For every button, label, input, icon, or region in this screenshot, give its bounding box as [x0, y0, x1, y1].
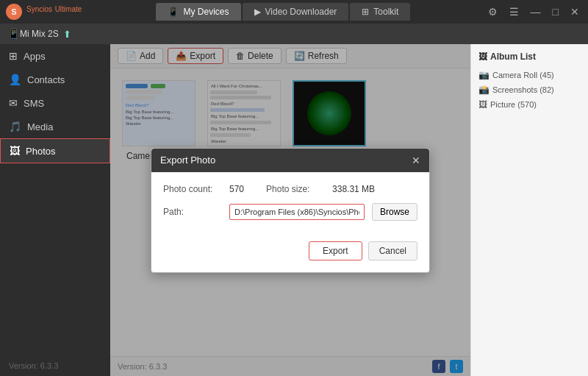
content-area: 📄 Add 📤 Export 🗑 Delete 🔄 Refresh [110, 44, 470, 376]
sidebar-item-photos[interactable]: 🖼 Photos [0, 138, 110, 163]
window-maximize-icon[interactable]: □ [550, 4, 562, 19]
dialog-header: Export Photo ✕ [151, 149, 429, 172]
tab-toolkit[interactable]: ⊞ Toolkit [350, 3, 410, 21]
device-name: Mi Mix 2S [20, 29, 59, 39]
title-bar-left: S Syncios Ultimate [6, 4, 82, 20]
dialog-title: Export Photo [160, 155, 215, 166]
device-bar: 📱 Mi Mix 2S ⬆ [0, 24, 588, 44]
title-bar: S Syncios Ultimate 📱 My Devices ▶ Video … [0, 0, 588, 24]
sidebar-item-apps[interactable]: ⊞ Apps [0, 44, 110, 68]
path-input[interactable] [229, 204, 365, 220]
photo-size-label: Photo size: [266, 184, 325, 194]
right-panel: 🖼 Album List 📷 Camera Roll (45) 📸 Screen… [470, 44, 588, 376]
sync-icon[interactable]: ⬆ [63, 29, 71, 40]
play-icon: ▶ [254, 7, 261, 17]
rp-camera-roll-icon: 📷 [478, 70, 490, 80]
right-panel-camera-roll[interactable]: 📷 Camera Roll (45) [478, 68, 581, 82]
dialog-close-button[interactable]: ✕ [412, 155, 420, 166]
window-close-icon[interactable]: ✕ [567, 4, 582, 19]
window-menu-icon[interactable]: ☰ [506, 4, 522, 19]
contacts-icon: 👤 [9, 74, 21, 85]
right-panel-title: 🖼 Album List [478, 52, 581, 62]
album-list-icon: 🖼 [478, 52, 487, 62]
export-dialog: Export Photo ✕ Photo count: 570 Photo si… [151, 148, 430, 273]
tab-my-devices[interactable]: 📱 My Devices [156, 3, 240, 21]
window-controls: ⚙ ☰ — □ ✕ [485, 4, 582, 19]
path-label: Path: [163, 207, 222, 217]
app-logo: S [6, 4, 22, 20]
photo-count-row: Photo count: 570 Photo size: 338.31 MB [163, 184, 417, 194]
path-row: Path: Browse [163, 203, 417, 221]
photo-count-value: 570 [229, 184, 244, 194]
window-settings-icon[interactable]: ⚙ [485, 4, 501, 19]
rp-screenshots-icon: 📸 [478, 85, 490, 95]
sidebar-footer: Version: 6.3.3 [0, 355, 110, 376]
photo-count-label: Photo count: [163, 184, 222, 194]
sms-icon: ✉ [9, 97, 18, 109]
browse-button[interactable]: Browse [372, 203, 417, 221]
title-bar-nav: 📱 My Devices ▶ Video Downloader ⊞ Toolki… [156, 3, 410, 21]
dialog-footer: Export Cancel [151, 241, 429, 272]
phone-icon: 📱 [168, 7, 179, 17]
dialog-cancel-button[interactable]: Cancel [368, 241, 417, 260]
main-layout: ⊞ Apps 👤 Contacts ✉ SMS 🎵 Media 🖼 Photos… [0, 44, 588, 376]
app-name: Syncios Ultimate [26, 5, 82, 18]
window-minimize-icon[interactable]: — [528, 4, 544, 19]
apps-icon: ⊞ [9, 50, 18, 62]
photos-icon: 🖼 [10, 145, 20, 157]
tab-video-downloader[interactable]: ▶ Video Downloader [243, 3, 349, 21]
media-icon: 🎵 [9, 121, 21, 132]
rp-picture-icon: 🖼 [478, 99, 487, 110]
dialog-overlay: Export Photo ✕ Photo count: 570 Photo si… [110, 44, 470, 376]
photo-size-value: 338.31 MB [332, 184, 375, 194]
device-icon: 📱 [7, 28, 20, 40]
right-panel-picture[interactable]: 🖼 Picture (570) [478, 97, 581, 112]
dialog-body: Photo count: 570 Photo size: 338.31 MB P… [151, 172, 429, 241]
sidebar-item-contacts[interactable]: 👤 Contacts [0, 68, 110, 91]
sidebar: ⊞ Apps 👤 Contacts ✉ SMS 🎵 Media 🖼 Photos… [0, 44, 110, 376]
sidebar-item-media[interactable]: 🎵 Media [0, 115, 110, 138]
toolkit-icon: ⊞ [362, 7, 369, 17]
dialog-export-button[interactable]: Export [309, 241, 362, 260]
sidebar-item-sms[interactable]: ✉ SMS [0, 91, 110, 115]
right-panel-screenshots[interactable]: 📸 Screenshots (82) [478, 82, 581, 97]
